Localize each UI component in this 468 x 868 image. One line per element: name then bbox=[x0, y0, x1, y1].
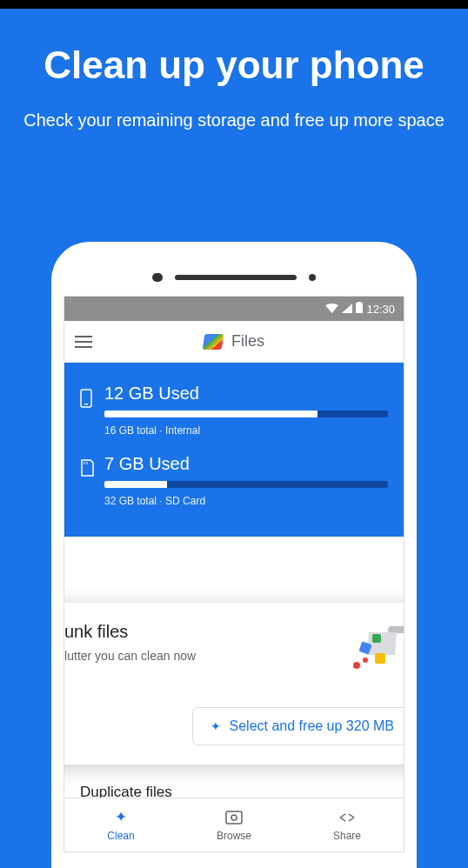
app-bar: Files bbox=[64, 321, 404, 363]
nav-share-label: Share bbox=[333, 830, 361, 842]
junk-files-card: Junk files Clutter you can clean now bbox=[64, 603, 404, 765]
nav-clean[interactable]: ✦ Clean bbox=[64, 798, 177, 851]
svg-rect-1 bbox=[358, 302, 361, 304]
junk-action-label: Select and free up 320 MB bbox=[230, 718, 394, 734]
svg-rect-6 bbox=[388, 626, 404, 633]
storage-row-sd[interactable]: 7 GB Used 32 GB total · SD Card bbox=[80, 454, 388, 507]
sparkle-icon: ✦ bbox=[115, 809, 127, 826]
nav-browse-label: Browse bbox=[217, 830, 251, 842]
sd-used-label: 7 GB Used bbox=[104, 454, 388, 474]
status-bar: 12:30 bbox=[64, 297, 404, 321]
junk-subtitle: Clutter you can clean now bbox=[64, 649, 196, 663]
dustpan-icon bbox=[334, 622, 404, 683]
nav-clean-label: Clean bbox=[107, 830, 134, 842]
status-time: 12:30 bbox=[366, 303, 395, 316]
hero-subtitle: Check your remaining storage and free up… bbox=[17, 108, 451, 132]
nav-browse[interactable]: Browse bbox=[177, 798, 291, 851]
svg-point-11 bbox=[363, 658, 368, 663]
phone-icon bbox=[80, 389, 92, 411]
share-icon bbox=[338, 809, 356, 826]
junk-title: Junk files bbox=[64, 622, 196, 642]
storage-panel: 12 GB Used 16 GB total · Internal 7 GB U… bbox=[64, 363, 404, 537]
svg-point-13 bbox=[231, 815, 237, 820]
svg-rect-9 bbox=[372, 634, 381, 643]
signal-icon bbox=[342, 303, 352, 316]
internal-progress bbox=[104, 411, 388, 417]
select-free-up-button[interactable]: ✦ Select and free up 320 MB bbox=[192, 707, 404, 745]
phone-screen: 12:30 Files 12 GB Used bbox=[64, 296, 404, 852]
svg-rect-12 bbox=[226, 811, 242, 824]
internal-used-label: 12 GB Used bbox=[104, 384, 388, 404]
menu-icon[interactable] bbox=[75, 336, 92, 348]
storage-row-internal[interactable]: 12 GB Used 16 GB total · Internal bbox=[80, 384, 388, 437]
phone-notch bbox=[64, 259, 404, 296]
bottom-nav: ✦ Clean Browse Share bbox=[64, 798, 404, 851]
sdcard-icon bbox=[80, 459, 92, 480]
system-topbar bbox=[0, 0, 468, 9]
sd-progress bbox=[104, 481, 388, 488]
svg-rect-8 bbox=[375, 653, 385, 664]
battery-icon bbox=[356, 302, 363, 316]
nav-share[interactable]: Share bbox=[291, 798, 404, 851]
browse-icon bbox=[225, 809, 243, 826]
svg-rect-3 bbox=[84, 404, 88, 405]
svg-rect-0 bbox=[356, 303, 363, 313]
phone-frame: 12:30 Files 12 GB Used bbox=[51, 242, 417, 868]
sd-meta: 32 GB total · SD Card bbox=[104, 495, 388, 507]
internal-meta: 16 GB total · Internal bbox=[104, 424, 388, 437]
files-logo-icon bbox=[203, 334, 224, 350]
svg-point-10 bbox=[353, 662, 360, 669]
app-title: Files bbox=[231, 332, 264, 351]
hero-title: Clean up your phone bbox=[17, 43, 451, 87]
hero-section: Clean up your phone Check your remaining… bbox=[0, 9, 468, 150]
wifi-icon bbox=[325, 303, 338, 316]
sparkle-icon: ✦ bbox=[211, 719, 221, 733]
